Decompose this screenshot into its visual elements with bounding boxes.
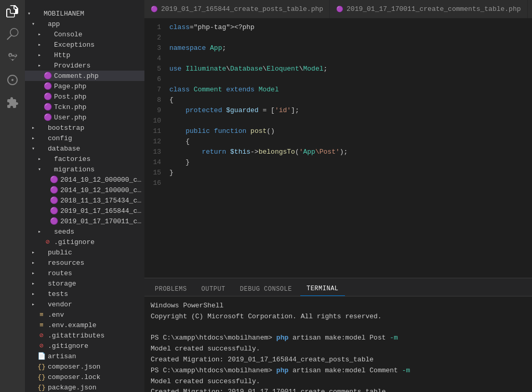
tree-item-label: migrations: [54, 166, 95, 173]
tree-item-public[interactable]: ▸public: [25, 247, 144, 258]
tree-spacer: [35, 82, 44, 90]
tree-item-seeds[interactable]: ▸seeds: [25, 226, 144, 237]
folder-icon: [44, 227, 52, 236]
terminal-line: Windows PowerShell: [151, 301, 526, 312]
tree-item-migration2[interactable]: 🟣2014_10_12_100000_create_...: [25, 185, 144, 195]
line-content: [169, 74, 532, 85]
tree-spacer: [42, 196, 50, 205]
git-icon[interactable]: [5, 50, 20, 64]
tree-item-env[interactable]: ≡.env: [25, 309, 144, 320]
files-icon[interactable]: [5, 4, 20, 19]
code-line: 11 public function post(): [144, 126, 532, 137]
line-number: 8: [144, 95, 169, 105]
git-file-icon: ⊘: [44, 238, 52, 246]
line-content: protected $guarded = ['id'];: [169, 105, 532, 116]
tree-item-providers[interactable]: ▸Providers: [25, 60, 144, 71]
tree-arrow: ▸: [29, 279, 37, 288]
extensions-icon[interactable]: [5, 96, 20, 110]
tree-item-migration4[interactable]: 🟣2019_01_17_165844_create_...: [25, 206, 144, 216]
folder-icon: [44, 30, 52, 38]
code-line: 10: [144, 116, 532, 126]
tree-item-gitignore-db[interactable]: ⊘.gitignore: [25, 237, 144, 247]
tree-item-database[interactable]: ▾database: [25, 143, 144, 154]
tree-item-config[interactable]: ▸config: [25, 133, 144, 143]
terminal-command: php artisan make:model Post -m: [272, 334, 398, 342]
tree-item-app[interactable]: ▾app: [25, 19, 144, 29]
tree-item-artisan[interactable]: 📄artisan: [25, 351, 144, 361]
tab-tab1[interactable]: 🟣2019_01_17_165844_create_posts_table.ph…: [144, 0, 330, 18]
line-number: 4: [144, 53, 169, 64]
json-file-icon: {}: [37, 362, 46, 371]
php-file-icon: 🟣: [50, 196, 58, 205]
tree-spacer: [29, 373, 37, 381]
tree-item-migration5[interactable]: 🟣2019_01_17_170011_create_...: [25, 216, 144, 226]
tree-item-exceptions[interactable]: ▸Exceptions: [25, 39, 144, 50]
tree-item-resources[interactable]: ▸resources: [25, 258, 144, 268]
panel-tab-output[interactable]: OUTPUT: [195, 282, 232, 296]
tab-php-icon: 🟣: [336, 6, 343, 12]
tree-item-console[interactable]: ▸Console: [25, 29, 144, 39]
tree-item-label: 2014_10_12_100000_create_...: [60, 186, 144, 194]
folder-icon: [44, 165, 52, 173]
git-file-icon: ⊘: [37, 342, 46, 350]
tree-arrow: ▸: [35, 51, 44, 59]
tree-item-routes[interactable]: ▸routes: [25, 268, 144, 278]
tree-arrow: ▸: [35, 40, 44, 49]
panel-tab-problems[interactable]: PROBLEMS: [149, 282, 193, 296]
tree-arrow: ▸: [29, 269, 37, 277]
folder-icon: [37, 124, 46, 132]
line-content: [169, 33, 532, 43]
tree-item-post-php[interactable]: 🟣Post.php: [25, 91, 144, 102]
tree-item-tckn-php[interactable]: 🟣Tckn.php: [25, 102, 144, 112]
tree-item-label: .gitattributes: [48, 332, 104, 340]
tree-spacer: [42, 186, 50, 194]
tree-item-factories[interactable]: ▸factories: [25, 154, 144, 164]
panel-tab-debug[interactable]: DEBUG CONSOLE: [234, 282, 298, 296]
search-icon[interactable]: [5, 27, 20, 42]
tree-item-page-php[interactable]: 🟣Page.php: [25, 81, 144, 91]
tab-tab2[interactable]: 🟣2019_01_17_170011_create_comments_table…: [330, 0, 527, 18]
line-number: 11: [144, 126, 169, 137]
tab-tab3[interactable]: 🟣Post.php: [528, 0, 532, 18]
folder-icon: [37, 279, 46, 288]
folder-icon: [37, 269, 46, 277]
tree-item-vendor[interactable]: ▸vendor: [25, 299, 144, 309]
tree-item-migration3[interactable]: 🟣2018_11_13_175434_create_...: [25, 195, 144, 206]
tree-item-user-php[interactable]: 🟣User.php: [25, 112, 144, 123]
terminal-line: Model created successfully.: [151, 376, 526, 387]
svg-point-0: [11, 79, 14, 81]
tree-item-gitattributes[interactable]: ⊘.gitattributes: [25, 330, 144, 341]
line-number: 7: [144, 85, 169, 95]
tree-arrow: ▸: [35, 61, 44, 70]
tree-item-tests[interactable]: ▸tests: [25, 289, 144, 299]
tree-item-http[interactable]: ▸Http: [25, 50, 144, 60]
terminal-content[interactable]: Windows PowerShellCopyright (C) Microsof…: [144, 296, 532, 392]
terminal-line: PS C:\xampp\htdocs\mobilhanem> php artis…: [151, 366, 526, 376]
tree-item-comment-php[interactable]: 🟣Comment.php: [25, 71, 144, 81]
tree-arrow: ▾: [29, 144, 37, 153]
tree-item-migrations[interactable]: ▾migrations: [25, 164, 144, 174]
debug-icon[interactable]: [5, 73, 20, 87]
tree-item-label: .env: [48, 311, 64, 319]
tree-item-migration1[interactable]: 🟣2014_10_12_000000_create_...: [25, 174, 144, 185]
tree-item-gitignore[interactable]: ⊘.gitignore: [25, 341, 144, 351]
tree-item-bootstrap[interactable]: ▸bootstrap: [25, 123, 144, 133]
tree-item-label: Providers: [54, 62, 90, 70]
folder-icon: [33, 9, 42, 18]
tree-item-label: Console: [54, 31, 83, 38]
tree-item-label: 2019_01_17_165844_create_...: [60, 207, 144, 215]
tree-item-storage[interactable]: ▸storage: [25, 278, 144, 289]
panel-tab-terminal[interactable]: TERMINAL: [300, 282, 345, 296]
tree-item-env-example[interactable]: ≡.env.example: [25, 320, 144, 330]
tree-spacer: [29, 321, 37, 329]
main-area: 🟣2019_01_17_165844_create_posts_table.ph…: [144, 0, 532, 392]
tree-item-mobilhanem[interactable]: ▾MOBILHANEM: [25, 8, 144, 19]
tree-item-composer-json[interactable]: {}composer.json: [25, 361, 144, 372]
tree-spacer: [42, 175, 50, 184]
folder-icon: [44, 61, 52, 70]
tree-item-composer-lock[interactable]: {}composer.lock: [25, 372, 144, 382]
tree-item-package-json[interactable]: {}package.json: [25, 382, 144, 392]
tree-item-label: 2014_10_12_000000_create_...: [60, 176, 144, 184]
tree-item-label: database: [48, 145, 80, 153]
folder-icon: [37, 134, 46, 142]
